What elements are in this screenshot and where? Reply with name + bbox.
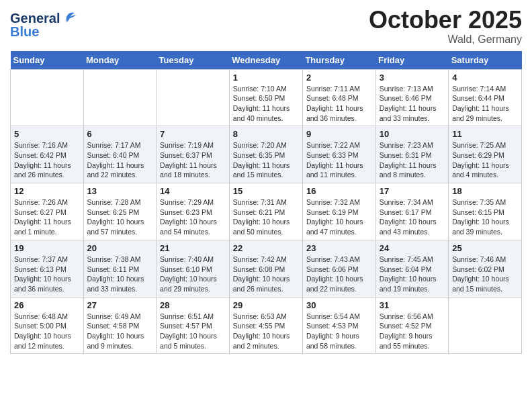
day-number: 1 bbox=[233, 73, 299, 83]
calendar-week-row: 12Sunrise: 7:26 AMSunset: 6:27 PMDayligh… bbox=[11, 183, 522, 240]
weekday-header-thursday: Thursday bbox=[302, 51, 375, 70]
day-info: Sunrise: 7:16 AMSunset: 6:42 PMDaylight:… bbox=[14, 140, 80, 180]
day-info: Sunrise: 6:54 AMSunset: 4:53 PMDaylight:… bbox=[306, 312, 372, 351]
day-number: 25 bbox=[452, 243, 518, 253]
day-number: 29 bbox=[233, 300, 299, 310]
calendar-week-row: 5Sunrise: 7:16 AMSunset: 6:42 PMDaylight… bbox=[11, 126, 522, 183]
calendar-cell: 4Sunrise: 7:14 AMSunset: 6:44 PMDaylight… bbox=[449, 69, 522, 126]
day-info: Sunrise: 7:46 AMSunset: 6:02 PMDaylight:… bbox=[452, 255, 518, 294]
calendar-week-row: 1Sunrise: 7:10 AMSunset: 6:50 PMDaylight… bbox=[11, 69, 522, 126]
day-info: Sunrise: 7:17 AMSunset: 6:40 PMDaylight:… bbox=[87, 140, 153, 180]
day-number: 4 bbox=[452, 73, 518, 83]
day-info: Sunrise: 7:26 AMSunset: 6:27 PMDaylight:… bbox=[14, 197, 80, 237]
calendar-cell: 5Sunrise: 7:16 AMSunset: 6:42 PMDaylight… bbox=[11, 126, 84, 183]
calendar-week-row: 26Sunrise: 6:48 AMSunset: 5:00 PMDayligh… bbox=[11, 297, 522, 354]
day-number: 18 bbox=[452, 186, 518, 196]
calendar-cell: 2Sunrise: 7:11 AMSunset: 6:48 PMDaylight… bbox=[302, 69, 375, 126]
day-info: Sunrise: 7:10 AMSunset: 6:50 PMDaylight:… bbox=[233, 84, 299, 124]
day-info: Sunrise: 7:23 AMSunset: 6:31 PMDaylight:… bbox=[380, 140, 445, 180]
day-info: Sunrise: 7:25 AMSunset: 6:29 PMDaylight:… bbox=[452, 140, 518, 180]
day-info: Sunrise: 7:31 AMSunset: 6:21 PMDaylight:… bbox=[233, 197, 299, 237]
calendar-cell: 13Sunrise: 7:28 AMSunset: 6:25 PMDayligh… bbox=[83, 183, 157, 240]
header: General Blue October 2025 Wald, Germany bbox=[10, 7, 522, 46]
logo-text-general: General bbox=[10, 11, 60, 26]
calendar-cell: 30Sunrise: 6:54 AMSunset: 4:53 PMDayligh… bbox=[302, 297, 375, 354]
day-info: Sunrise: 7:37 AMSunset: 6:13 PMDaylight:… bbox=[14, 255, 80, 294]
day-number: 10 bbox=[380, 129, 445, 139]
logo-bird-icon bbox=[61, 10, 76, 24]
day-info: Sunrise: 7:34 AMSunset: 6:17 PMDaylight:… bbox=[380, 197, 445, 237]
calendar-cell: 18Sunrise: 7:35 AMSunset: 6:15 PMDayligh… bbox=[449, 183, 522, 240]
calendar-cell: 22Sunrise: 7:42 AMSunset: 6:08 PMDayligh… bbox=[229, 240, 302, 297]
day-number: 21 bbox=[160, 243, 226, 253]
calendar-cell: 1Sunrise: 7:10 AMSunset: 6:50 PMDaylight… bbox=[229, 69, 302, 126]
day-number: 14 bbox=[160, 186, 226, 196]
location-title: Wald, Germany bbox=[369, 34, 522, 46]
logo-text-blue: Blue bbox=[10, 24, 76, 39]
weekday-header-saturday: Saturday bbox=[449, 51, 522, 70]
calendar-cell: 23Sunrise: 7:43 AMSunset: 6:06 PMDayligh… bbox=[302, 240, 375, 297]
calendar-cell: 19Sunrise: 7:37 AMSunset: 6:13 PMDayligh… bbox=[11, 240, 84, 297]
calendar-cell: 17Sunrise: 7:34 AMSunset: 6:17 PMDayligh… bbox=[375, 183, 448, 240]
calendar-cell: 6Sunrise: 7:17 AMSunset: 6:40 PMDaylight… bbox=[83, 126, 157, 183]
day-info: Sunrise: 6:53 AMSunset: 4:55 PMDaylight:… bbox=[233, 312, 299, 351]
day-number: 23 bbox=[306, 243, 372, 253]
day-number: 2 bbox=[306, 73, 372, 83]
calendar-cell: 10Sunrise: 7:23 AMSunset: 6:31 PMDayligh… bbox=[375, 126, 448, 183]
weekday-header-monday: Monday bbox=[83, 51, 157, 70]
day-info: Sunrise: 7:19 AMSunset: 6:37 PMDaylight:… bbox=[160, 140, 226, 180]
day-info: Sunrise: 7:28 AMSunset: 6:25 PMDaylight:… bbox=[87, 197, 153, 237]
day-number: 30 bbox=[306, 300, 372, 310]
day-info: Sunrise: 7:43 AMSunset: 6:06 PMDaylight:… bbox=[306, 255, 372, 294]
day-number: 16 bbox=[306, 186, 372, 196]
day-info: Sunrise: 7:32 AMSunset: 6:19 PMDaylight:… bbox=[306, 197, 372, 237]
day-info: Sunrise: 7:22 AMSunset: 6:33 PMDaylight:… bbox=[306, 140, 372, 180]
calendar-cell: 3Sunrise: 7:13 AMSunset: 6:46 PMDaylight… bbox=[375, 69, 448, 126]
calendar-cell bbox=[11, 69, 84, 126]
day-number: 20 bbox=[87, 243, 153, 253]
day-number: 8 bbox=[233, 129, 299, 139]
weekday-header-sunday: Sunday bbox=[11, 51, 84, 70]
calendar-cell: 9Sunrise: 7:22 AMSunset: 6:33 PMDaylight… bbox=[302, 126, 375, 183]
calendar-cell: 8Sunrise: 7:20 AMSunset: 6:35 PMDaylight… bbox=[229, 126, 302, 183]
calendar-cell: 24Sunrise: 7:45 AMSunset: 6:04 PMDayligh… bbox=[375, 240, 448, 297]
calendar-cell: 27Sunrise: 6:49 AMSunset: 4:58 PMDayligh… bbox=[83, 297, 157, 354]
title-area: October 2025 Wald, Germany bbox=[369, 7, 522, 46]
day-info: Sunrise: 7:42 AMSunset: 6:08 PMDaylight:… bbox=[233, 255, 299, 294]
calendar-cell bbox=[157, 69, 230, 126]
calendar-table: SundayMondayTuesdayWednesdayThursdayFrid… bbox=[10, 51, 522, 355]
weekday-header-friday: Friday bbox=[375, 51, 448, 70]
day-info: Sunrise: 6:51 AMSunset: 4:57 PMDaylight:… bbox=[160, 312, 226, 351]
day-info: Sunrise: 7:35 AMSunset: 6:15 PMDaylight:… bbox=[452, 197, 518, 237]
day-number: 11 bbox=[452, 129, 518, 139]
calendar-week-row: 19Sunrise: 7:37 AMSunset: 6:13 PMDayligh… bbox=[11, 240, 522, 297]
calendar-cell: 16Sunrise: 7:32 AMSunset: 6:19 PMDayligh… bbox=[302, 183, 375, 240]
day-info: Sunrise: 7:29 AMSunset: 6:23 PMDaylight:… bbox=[160, 197, 226, 237]
day-info: Sunrise: 7:11 AMSunset: 6:48 PMDaylight:… bbox=[306, 84, 372, 124]
day-number: 6 bbox=[87, 129, 153, 139]
day-info: Sunrise: 7:13 AMSunset: 6:46 PMDaylight:… bbox=[380, 84, 445, 124]
day-number: 22 bbox=[233, 243, 299, 253]
day-info: Sunrise: 7:40 AMSunset: 6:10 PMDaylight:… bbox=[160, 255, 226, 294]
day-info: Sunrise: 7:38 AMSunset: 6:11 PMDaylight:… bbox=[87, 255, 153, 294]
day-number: 26 bbox=[14, 300, 80, 310]
calendar-cell: 26Sunrise: 6:48 AMSunset: 5:00 PMDayligh… bbox=[11, 297, 84, 354]
day-number: 9 bbox=[306, 129, 372, 139]
calendar-cell: 12Sunrise: 7:26 AMSunset: 6:27 PMDayligh… bbox=[11, 183, 84, 240]
calendar-cell: 11Sunrise: 7:25 AMSunset: 6:29 PMDayligh… bbox=[449, 126, 522, 183]
day-number: 27 bbox=[87, 300, 153, 310]
logo: General Blue bbox=[10, 7, 76, 39]
day-number: 31 bbox=[380, 300, 445, 310]
weekday-header-tuesday: Tuesday bbox=[157, 51, 230, 70]
day-info: Sunrise: 7:20 AMSunset: 6:35 PMDaylight:… bbox=[233, 140, 299, 180]
calendar-cell: 20Sunrise: 7:38 AMSunset: 6:11 PMDayligh… bbox=[83, 240, 157, 297]
calendar-cell: 21Sunrise: 7:40 AMSunset: 6:10 PMDayligh… bbox=[157, 240, 230, 297]
day-info: Sunrise: 6:56 AMSunset: 4:52 PMDaylight:… bbox=[380, 312, 445, 351]
calendar-cell: 28Sunrise: 6:51 AMSunset: 4:57 PMDayligh… bbox=[157, 297, 230, 354]
day-number: 24 bbox=[380, 243, 445, 253]
calendar-cell: 15Sunrise: 7:31 AMSunset: 6:21 PMDayligh… bbox=[229, 183, 302, 240]
day-info: Sunrise: 6:49 AMSunset: 4:58 PMDaylight:… bbox=[87, 312, 153, 351]
calendar-cell bbox=[83, 69, 157, 126]
calendar-cell bbox=[449, 297, 522, 354]
weekday-header-wednesday: Wednesday bbox=[229, 51, 302, 70]
